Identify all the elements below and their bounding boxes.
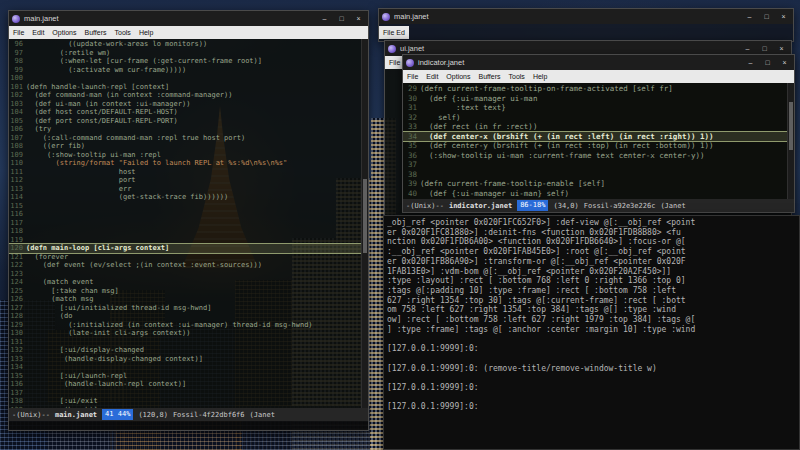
editor-area[interactable]: 29(defn current-frame-tooltip-on-frame-a… [403, 83, 794, 199]
line-text: [:ui/exit [26, 397, 98, 406]
terminal-line: om 758 :left 627 :right 1354 :top 384] :… [387, 305, 796, 315]
menu-file[interactable]: File [9, 29, 28, 36]
close-button[interactable]: × [777, 11, 790, 22]
echo-area[interactable] [9, 421, 368, 430]
maximize-button[interactable]: □ [758, 43, 771, 54]
code-line: 122 (def event (ev/select ;(in context :… [9, 261, 361, 270]
menu-file[interactable]: File [403, 73, 422, 80]
line-number: 106 [9, 125, 26, 134]
terminal-line [387, 373, 796, 383]
line-number: 101 [9, 83, 26, 92]
code-line: 97 (:retile wm) [9, 49, 361, 58]
code-line: 29(defn current-frame-tooltip-on-frame-a… [403, 84, 794, 94]
menu-options[interactable]: Options [48, 29, 80, 36]
code-line: 120(defn main-loop [cli-args context] [9, 244, 361, 253]
code-line: 98 (:when-let [cur-frame (:get-current-f… [9, 57, 361, 66]
desktop: main.janet – □ × File Ed ui.janet – □ × … [0, 0, 800, 450]
menu-buffers[interactable]: Buffers [80, 29, 110, 36]
window-main[interactable]: main.janet – □ × FileEditOptionsBuffersT… [8, 10, 369, 431]
code-line: 112 port [9, 176, 361, 185]
code-line: 104 (def host const/DEFAULT-REPL-HOST) [9, 108, 361, 117]
modeline-vcs: Fossil-4f22dbf6f6 [173, 411, 245, 419]
close-button[interactable]: × [778, 57, 791, 68]
maximize-button[interactable]: □ [761, 57, 774, 68]
menu-help[interactable]: Help [529, 73, 551, 80]
window-content: File Ed [379, 24, 793, 41]
menu-buffers[interactable]: Buffers [474, 73, 504, 80]
line-number: 38 [403, 170, 420, 180]
maximize-button[interactable]: □ [335, 13, 348, 24]
modeline-coords: (34,0) [553, 202, 578, 210]
code-line: 102 (def command-man (in context :comman… [9, 91, 361, 100]
line-text: (match msg [26, 295, 93, 304]
menu-options[interactable]: Options [442, 73, 474, 80]
line-text: (:call-command command-man :repl true ho… [26, 134, 245, 143]
scrollbar-thumb[interactable] [363, 179, 367, 253]
window-title: main.janet [24, 14, 59, 23]
code-line: 109 (:show-tooltip ui-man :repl [9, 151, 361, 160]
line-text: [:ui/display-changed [26, 346, 144, 355]
terminal-output[interactable]: _obj_ref <pointer 0x020F1FC652F0>] :def-… [387, 218, 796, 412]
code-line: 101(defn handle-launch-repl [context] [9, 83, 361, 92]
line-text: port [26, 176, 136, 185]
emacs-icon [12, 15, 20, 23]
maximize-button[interactable]: □ [760, 11, 773, 22]
line-text: (break)] [26, 406, 98, 409]
terminal-line: :type :layout] :rect [ :bottom 768 :left… [387, 276, 796, 286]
terminal-line: 627 :right 1354 :top 30] :tags @[:curren… [387, 296, 796, 306]
menu-bar: FileEditOptionsBuffersToolsHelp [9, 26, 368, 39]
minimize-button[interactable]: – [318, 13, 331, 24]
line-number: 120 [9, 244, 26, 253]
code-line: 121 (forever [9, 253, 361, 262]
line-number: 134 [9, 363, 26, 372]
line-number: 138 [9, 397, 26, 406]
titlebar[interactable]: main.janet – □ × [9, 11, 368, 26]
menu-help[interactable]: Help [135, 29, 157, 36]
code-line: 106 (try [9, 125, 361, 134]
window-indicator[interactable]: indicator.janet – □ × FileEditOptionsBuf… [402, 54, 795, 213]
line-number: 136 [9, 380, 26, 389]
editor-area[interactable]: 96 ((update-work-areas lo monitors))97 (… [9, 39, 368, 408]
close-button[interactable]: × [352, 13, 365, 24]
minimize-button[interactable]: – [743, 11, 756, 22]
line-text: (handle-display-changed context)] [26, 355, 203, 364]
line-number: 126 [9, 295, 26, 304]
line-number: 102 [9, 91, 26, 100]
close-button[interactable]: × [775, 43, 788, 54]
terminal-line: [127.0.0.1:9999]:0: [387, 344, 796, 354]
line-text: [:take chan msg] [26, 287, 119, 296]
code-line: 124 (match event [9, 278, 361, 287]
line-text: (forever [26, 253, 68, 262]
line-text: (late-init cli-args context)) [26, 329, 190, 338]
titlebar[interactable]: main.janet – □ × [379, 9, 793, 24]
modeline-prefix: -(Unix)-- [12, 411, 50, 419]
minimize-button[interactable]: – [744, 57, 757, 68]
window-main-back[interactable]: main.janet – □ × File Ed [378, 8, 794, 42]
window-terminal[interactable]: _obj_ref <pointer 0x020F1FC652F0>] :def-… [383, 215, 800, 450]
line-number: 133 [9, 355, 26, 364]
line-text: (defn current-frame-tooltip-enable [self… [420, 179, 605, 189]
mode-line: -(Unix)-- indicator.janet 86-18% (34,0) … [403, 199, 794, 212]
scrollbar-thumb[interactable] [789, 102, 793, 151]
code-line: 137 [9, 389, 361, 398]
menu-edit[interactable]: Edit [422, 73, 442, 80]
menu-tools[interactable]: Tools [505, 73, 529, 80]
scrollbar[interactable] [361, 39, 368, 408]
line-number: 31 [403, 103, 420, 113]
line-text: (match event [26, 278, 93, 287]
line-number: 129 [9, 321, 26, 330]
line-text: (def host const/DEFAULT-REPL-HOST) [26, 108, 178, 117]
terminal-line [387, 334, 796, 344]
minimize-button[interactable]: – [741, 43, 754, 54]
code-line: 105 (def port const/DEFAULT-REPL-PORT) [9, 117, 361, 126]
menu-edit[interactable]: Edit [28, 29, 48, 36]
code-line: 127 [:ui/initialized thread-id msg-hwnd] [9, 304, 361, 313]
line-number: 105 [9, 117, 26, 126]
scrollbar[interactable] [787, 83, 794, 199]
line-number: 103 [9, 100, 26, 109]
titlebar[interactable]: indicator.janet – □ × [403, 55, 794, 70]
menu-bar-partial[interactable]: File Ed [379, 26, 409, 39]
menu-tools[interactable]: Tools [111, 29, 135, 36]
modeline-vcs: Fossil-a92e3e226c [584, 202, 656, 210]
line-text: (:show-tooltip ui-man :current-frame tex… [420, 151, 704, 161]
